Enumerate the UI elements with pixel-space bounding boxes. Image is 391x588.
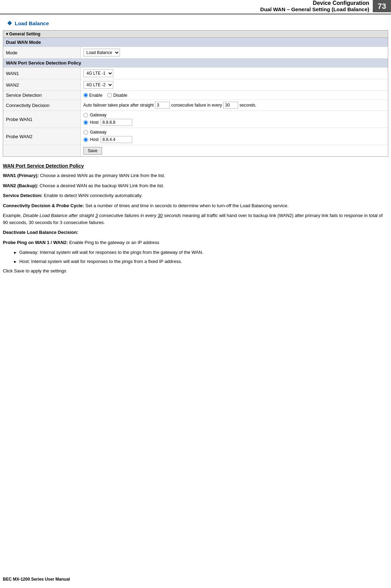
panel-title: ▾ General Setting <box>3 31 388 38</box>
save-cell-empty <box>3 145 80 157</box>
settings-table: Dual WAN Mode Mode Load Balance WAN Port… <box>3 38 388 156</box>
probe-wan2-host-item: Host <box>83 136 385 143</box>
gateway-bullet-text: Gateway: Internal system will wait for r… <box>19 249 203 256</box>
desc-deactivate: Deactivate Load Balance Decision: <box>3 229 388 236</box>
wan1-text: Choose a desired WAN as the primary WAN … <box>40 173 165 178</box>
probe-wan1-host-radio[interactable] <box>83 120 88 125</box>
probe-wan2-host-radio[interactable] <box>83 137 88 142</box>
probe-wan2-gateway-label: Gateway <box>90 130 107 135</box>
connectivity-suffix: seconds. <box>240 103 256 108</box>
page-number: 73 <box>373 0 391 12</box>
desc-connectivity: Connectivity Decision & Probe Cycle: Set… <box>3 202 388 209</box>
wan2-select[interactable]: 4G LTE -2 <box>83 81 113 89</box>
page-footer: BEC MX-1200 Series User Manual <box>3 577 70 582</box>
header-line1: Device Configuration <box>0 0 369 6</box>
click-save-suffix: to apply the settings <box>24 268 66 273</box>
desc-wan2: WAN2 (Backup): Choose a desired WAN as t… <box>3 182 388 189</box>
desc-probe-ping: Probe Ping on WAN 1 / WAN2: Enable Ping … <box>3 239 388 246</box>
wan1-label: WAN1 <box>3 68 80 79</box>
connectivity-cell: Auto failover takes place after straight… <box>80 100 388 111</box>
bullet-arrow-1: ► <box>13 250 17 256</box>
service-detection-row: Service Detection Enable Disable <box>3 91 388 100</box>
section-title: Load Balance <box>15 20 49 26</box>
probe-wan1-row: Probe WAN1 Gateway Host <box>3 111 388 128</box>
probe-wan1-host-input[interactable] <box>101 119 132 126</box>
bullet-list: ► Gateway: Internal system will wait for… <box>13 249 388 265</box>
wan2-text: Choose a desired WAN as the backup WAN L… <box>40 183 164 188</box>
probe-wan2-row: Probe WAN2 Gateway Host <box>3 128 388 145</box>
probe-wan2-host-input[interactable] <box>101 136 132 143</box>
probe-wan1-label: Probe WAN1 <box>3 111 80 128</box>
enable-radio[interactable] <box>83 93 88 97</box>
disable-radio-item: Disable <box>107 93 127 98</box>
desc-wan1: WAN1 (Primary): Choose a desired WAN as … <box>3 172 388 179</box>
mode-select[interactable]: Load Balance <box>83 49 120 56</box>
click-save-bold: Save <box>14 268 25 273</box>
wan2-cell: 4G LTE -2 <box>80 79 388 91</box>
connectivity-desc-text: Set a number of times and time in second… <box>86 203 289 208</box>
connectivity-label: Connectivity Decision <box>3 100 80 111</box>
page-header: Device Configuration Dual WAN – General … <box>0 0 391 14</box>
connectivity-text: Auto failover takes place after straight… <box>83 102 385 109</box>
diamond-icon: ❖ <box>7 20 12 27</box>
probe-wan2-cell: Gateway Host <box>80 128 388 145</box>
mode-row: Mode Load Balance <box>3 47 388 59</box>
probe-wan1-host-item: Host <box>83 119 385 126</box>
wan-port-policy-label: WAN Port Service Detection Policy <box>3 59 388 68</box>
disable-label: Disable <box>113 93 127 98</box>
probe-ping-text: Enable Ping to the gateway or an IP addr… <box>69 240 159 245</box>
probe-wan2-host-label: Host <box>90 137 99 142</box>
bullet-arrow-2: ► <box>13 259 17 265</box>
connectivity-middle: consecutive failure in every <box>171 103 222 108</box>
probe-wan1-options: Gateway Host <box>83 113 385 126</box>
example-prefix: Example, <box>3 213 23 218</box>
connectivity-seconds-input[interactable] <box>223 102 238 109</box>
bullet-host: ► Host: Internal system will wait for re… <box>13 258 388 265</box>
probe-wan2-gateway-item: Gateway <box>83 130 385 135</box>
service-text: Enable to detect WAN connectivity automa… <box>44 193 142 198</box>
dual-wan-mode-row: Dual WAN Mode <box>3 38 388 47</box>
service-bold: Service Detection: <box>3 193 42 198</box>
section-heading: ❖ Load Balance <box>7 20 391 27</box>
wan1-row: WAN1 4G LTE -1 <box>3 68 388 79</box>
service-detection-cell: Enable Disable <box>80 91 388 100</box>
bullet-gateway: ► Gateway: Internal system will wait for… <box>13 249 388 256</box>
wan1-cell: 4G LTE -1 <box>80 68 388 79</box>
deactivate-bold: Deactivate Load Balance Decision: <box>3 230 78 235</box>
wan-port-heading: WAN Port Service Detection Policy <box>3 163 388 169</box>
probe-wan1-host-label: Host <box>90 120 99 125</box>
wan1-bold: WAN1 (Primary): <box>3 173 39 178</box>
example-italic: Disable Load Balance after straight 3 co… <box>23 213 181 218</box>
content-area: WAN Port Service Detection Policy WAN1 (… <box>0 162 391 281</box>
connectivity-row: Connectivity Decision Auto failover take… <box>3 100 388 111</box>
host-bullet-text: Host: Internal system will wait for resp… <box>19 258 182 265</box>
mode-cell: Load Balance <box>80 47 388 59</box>
disable-radio[interactable] <box>107 93 112 97</box>
wan1-select[interactable]: 4G LTE -1 <box>83 69 113 77</box>
desc-example: Example, Disable Load Balance after stra… <box>3 212 388 226</box>
header-line2: Dual WAN – General Setting (Load Balance… <box>0 6 369 12</box>
service-detection-label: Service Detection <box>3 91 80 100</box>
enable-label: Enable <box>89 93 102 98</box>
probe-wan1-cell: Gateway Host <box>80 111 388 128</box>
service-detection-radio-group: Enable Disable <box>83 93 385 98</box>
connectivity-bold: Connectivity Decision & Probe Cycle: <box>3 203 84 208</box>
desc-service: Service Detection: Enable to detect WAN … <box>3 192 388 199</box>
wan2-label: WAN2 <box>3 79 80 91</box>
probe-wan2-options: Gateway Host <box>83 130 385 143</box>
wan-port-policy-row: WAN Port Service Detection Policy <box>3 59 388 68</box>
connectivity-prefix: Auto failover takes place after straight <box>83 103 154 108</box>
probe-wan2-gateway-radio[interactable] <box>83 130 88 135</box>
header-title: Device Configuration Dual WAN – General … <box>0 0 373 12</box>
click-save-prefix: Click <box>3 268 14 273</box>
probe-wan1-gateway-radio[interactable] <box>83 113 88 117</box>
enable-radio-item: Enable <box>83 93 102 98</box>
probe-wan1-gateway-item: Gateway <box>83 113 385 117</box>
save-row: Save <box>3 145 388 157</box>
mode-label: Mode <box>3 47 80 59</box>
probe-ping-bold: Probe Ping on WAN 1 / WAN2: <box>3 240 68 245</box>
probe-wan2-label: Probe WAN2 <box>3 128 80 145</box>
probe-wan1-gateway-label: Gateway <box>90 113 107 117</box>
save-button[interactable]: Save <box>83 147 102 155</box>
connectivity-failures-input[interactable] <box>155 102 170 109</box>
